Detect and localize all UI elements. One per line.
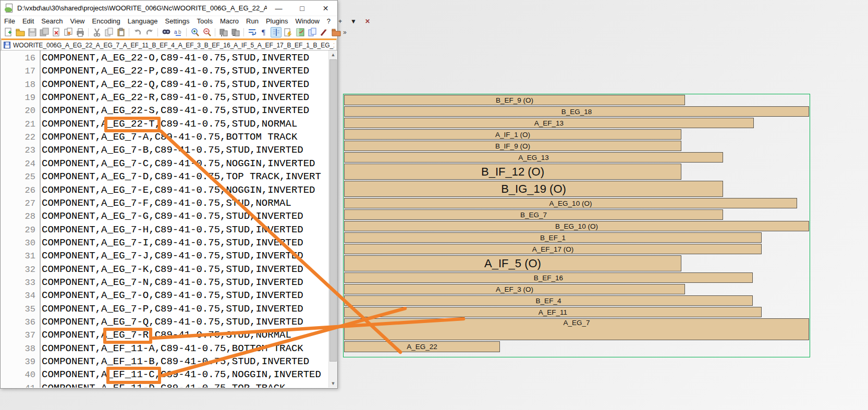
menu-item-help[interactable]: ? bbox=[323, 16, 334, 26]
tab-active-document[interactable]: WOORITE_006G_A_EG_22_A_EG_7_A_EF_11_B_EF… bbox=[1, 39, 337, 51]
cut-icon[interactable] bbox=[91, 27, 102, 38]
code-line-40[interactable]: COMPONENT,A_EF_11-C,C89-41-0.75,NOGGIN,I… bbox=[42, 368, 329, 381]
panel-bar-label: B_EF_1 bbox=[540, 234, 566, 242]
code-line-35[interactable]: COMPONENT,A_EG_7-P,C89-41-0.75,STUD,INVE… bbox=[42, 303, 329, 316]
close-all-docs-icon[interactable] bbox=[63, 27, 74, 38]
menu-item-run[interactable]: Run bbox=[242, 16, 262, 26]
code-line-16[interactable]: COMPONENT,A_EG_22-O,C89-41-0.75,STUD,INV… bbox=[42, 52, 329, 65]
panel-bar-b-ef-9-o: B_EF_9 (O) bbox=[344, 95, 685, 105]
code-line-19[interactable]: COMPONENT,A_EG_22-R,C89-41-0.75,STUD,INV… bbox=[42, 91, 329, 104]
title-bar[interactable]: D:\vxbd\au\30\shared\projects\WOORITE_00… bbox=[1, 1, 337, 16]
print-icon[interactable] bbox=[75, 27, 85, 38]
line-number: 36 bbox=[25, 316, 35, 329]
close-doc-icon[interactable] bbox=[51, 27, 62, 38]
panel-bar-a-ef-11: A_EF_11 bbox=[344, 307, 762, 317]
line-number: 40 bbox=[25, 368, 35, 381]
code-line-21[interactable]: COMPONENT,A_EG_22-T,C89-41-0.75,STUD,NOR… bbox=[42, 118, 329, 131]
menu-item-settings[interactable]: Settings bbox=[162, 16, 193, 26]
zoom-out-icon[interactable] bbox=[201, 27, 212, 38]
scroll-up-arrow[interactable]: ▲ bbox=[329, 51, 337, 59]
code-line-27[interactable]: COMPONENT,A_EG_7-F,C89-41-0.75,STUD,NORM… bbox=[42, 197, 329, 210]
menu-item-edit[interactable]: Edit bbox=[19, 16, 38, 26]
code-line-29[interactable]: COMPONENT,A_EG_7-H,C89-41-0.75,STUD,INVE… bbox=[42, 223, 329, 237]
show-all-characters-icon[interactable]: ¶ bbox=[259, 27, 270, 38]
toolbar-overflow-chevron[interactable]: » bbox=[343, 29, 347, 36]
open-folder-icon[interactable] bbox=[15, 27, 26, 38]
maximize-button[interactable]: □ bbox=[290, 1, 314, 16]
code-line-39[interactable]: COMPONENT,A_EF_11-B,C89-41-0.75,STUD,INV… bbox=[42, 355, 329, 368]
menu-item-file[interactable]: File bbox=[1, 16, 19, 26]
code-line-22[interactable]: COMPONENT,A_EG_7-A,C89-41-0.75,BOTTOM TR… bbox=[42, 131, 329, 144]
code-line-31[interactable]: COMPONENT,A_EG_7-J,C89-41-0.75,STUD,INVE… bbox=[42, 250, 329, 263]
code-line-33[interactable]: COMPONENT,A_EG_7-N,C89-41-0.75,STUD,INVE… bbox=[42, 276, 329, 289]
save-all-icon[interactable] bbox=[39, 27, 50, 38]
folder-as-workspace-icon[interactable] bbox=[331, 27, 341, 38]
annotation-highlight-box bbox=[104, 117, 161, 132]
code-line-24[interactable]: COMPONENT,A_EG_7-C,C89-41-0.75,NOGGIN,IN… bbox=[42, 157, 329, 170]
new-tab-button[interactable]: + bbox=[334, 18, 346, 25]
code-line-23[interactable]: COMPONENT,A_EG_7-B,C89-41-0.75,STUD,INVE… bbox=[42, 144, 329, 157]
line-number: 38 bbox=[25, 342, 35, 355]
function-list-icon[interactable] bbox=[283, 27, 294, 38]
code-line-41[interactable]: COMPONENT,A_EF_11-D,C89-41-0.75,TOP TRAC… bbox=[42, 382, 329, 388]
panel-bar-a-eg-10-o: A_EG_10 (O) bbox=[344, 198, 797, 208]
menu-item-window[interactable]: Window bbox=[292, 16, 323, 26]
undo-icon[interactable] bbox=[132, 27, 143, 38]
code-line-32[interactable]: COMPONENT,A_EG_7-K,C89-41-0.75,STUD,INVE… bbox=[42, 263, 329, 276]
code-area[interactable]: COMPONENT,A_EG_22-O,C89-41-0.75,STUD,INV… bbox=[42, 51, 329, 388]
find-icon[interactable] bbox=[161, 27, 172, 38]
code-line-37[interactable]: COMPONENT,A_EG_7-R,C89-41-0.75,STUD,NORM… bbox=[42, 329, 329, 342]
paste-icon[interactable] bbox=[115, 27, 126, 38]
menu-bar: FileEditSearchViewEncodingLanguageSettin… bbox=[1, 16, 337, 26]
toolbar-separator bbox=[215, 28, 215, 36]
panel-bar-label: A_IF_5 (O) bbox=[484, 257, 541, 270]
line-number: 20 bbox=[25, 104, 35, 117]
text-editor[interactable]: 1617181920212223242526272829303132333435… bbox=[1, 51, 329, 388]
redo-icon[interactable] bbox=[144, 27, 155, 38]
document-list-icon[interactable] bbox=[307, 27, 317, 38]
code-line-38[interactable]: COMPONENT,A_EF_11-A,C89-41-0.75,BOTTOM T… bbox=[42, 342, 329, 355]
line-number: 31 bbox=[25, 250, 35, 263]
code-line-25[interactable]: COMPONENT,A_EG_7-D,C89-41-0.75,TOP TRACK… bbox=[42, 170, 329, 183]
minimize-button[interactable]: — bbox=[267, 1, 290, 16]
copy-icon[interactable] bbox=[103, 27, 114, 38]
menu-item-language[interactable]: Language bbox=[124, 16, 162, 26]
scrollbar-thumb[interactable] bbox=[329, 59, 337, 362]
close-button[interactable]: ✕ bbox=[314, 1, 337, 16]
indent-guide-icon[interactable] bbox=[271, 27, 282, 38]
replace-icon[interactable]: ab bbox=[173, 27, 184, 38]
document-map-icon[interactable] bbox=[295, 27, 305, 38]
scroll-down-arrow[interactable]: ▼ bbox=[329, 379, 337, 388]
code-line-28[interactable]: COMPONENT,A_EG_7-G,C89-41-0.75,STUD,INVE… bbox=[42, 210, 329, 223]
menu-item-encoding[interactable]: Encoding bbox=[89, 16, 124, 26]
menu-item-plugins[interactable]: Plugins bbox=[262, 16, 292, 26]
vertical-scrollbar[interactable]: ▲ ▼ bbox=[328, 51, 337, 388]
menu-item-tools[interactable]: Tools bbox=[193, 16, 216, 26]
code-line-18[interactable]: COMPONENT,A_EG_22-Q,C89-41-0.75,STUD,INV… bbox=[42, 78, 329, 91]
sync-scroll-v-icon[interactable] bbox=[218, 27, 229, 38]
panel-bar-a-eg-22: A_EG_22 bbox=[344, 341, 500, 352]
word-wrap-icon[interactable] bbox=[247, 27, 258, 38]
tab-label: WOORITE_006G_A_EG_22_A_EG_7_A_EF_11_B_EF… bbox=[13, 42, 334, 49]
panel-bar-b-eg-7: B_EG_7 bbox=[344, 209, 723, 220]
line-number: 29 bbox=[25, 223, 35, 237]
panel-bar-b-if-9-o: B_IF_9 (O) bbox=[344, 141, 681, 151]
code-line-20[interactable]: COMPONENT,A_EG_22-S,C89-41-0.75,STUD,INV… bbox=[42, 104, 329, 117]
code-line-26[interactable]: COMPONENT,A_EG_7-E,C89-41-0.75,NOGGIN,IN… bbox=[42, 184, 329, 197]
macro-pen-icon[interactable] bbox=[319, 27, 329, 38]
code-line-17[interactable]: COMPONENT,A_EG_22-P,C89-41-0.75,STUD,INV… bbox=[42, 65, 329, 78]
code-line-30[interactable]: COMPONENT,A_EG_7-I,C89-41-0.75,STUD,INVE… bbox=[42, 237, 329, 250]
save-icon[interactable] bbox=[27, 27, 38, 38]
code-line-34[interactable]: COMPONENT,A_EG_7-O,C89-41-0.75,STUD,INVE… bbox=[42, 289, 329, 302]
menu-item-macro[interactable]: Macro bbox=[216, 16, 242, 26]
zoom-in-icon[interactable] bbox=[189, 27, 200, 38]
code-line-36[interactable]: COMPONENT,A_EG_7-Q,C89-41-0.75,STUD,INVE… bbox=[42, 316, 329, 329]
sync-scroll-h-icon[interactable] bbox=[230, 27, 241, 38]
line-number: 28 bbox=[25, 210, 35, 223]
menu-item-search[interactable]: Search bbox=[38, 16, 66, 26]
tab-list-dropdown[interactable]: ▼ bbox=[346, 18, 361, 25]
panel-bar-a-ef-13: A_EF_13 bbox=[344, 118, 754, 128]
menu-item-view[interactable]: View bbox=[67, 16, 89, 26]
new-file-icon[interactable] bbox=[3, 27, 14, 38]
close-tab-button[interactable]: ✕ bbox=[361, 18, 374, 25]
